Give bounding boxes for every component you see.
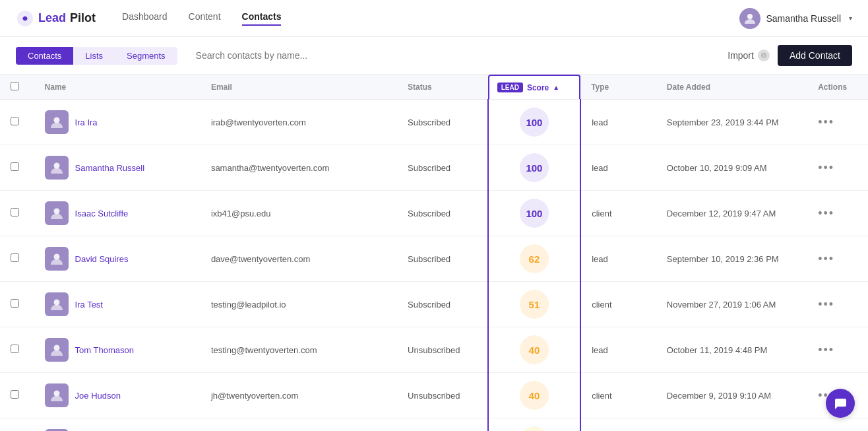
th-date-added: Date Added	[656, 75, 807, 100]
top-nav: Lead Pilot Dashboard Content Contacts Sa…	[0, 0, 868, 37]
row-type-cell: lead	[580, 100, 656, 145]
logo-pilot: Pilot	[70, 11, 96, 25]
row-actions-menu[interactable]: •••	[818, 343, 857, 357]
row-score-cell: 100	[488, 191, 580, 236]
svg-point-11	[53, 391, 59, 397]
row-status-cell: Subscribed	[397, 418, 488, 432]
score-badge: 100	[520, 199, 549, 228]
row-checkbox-cell	[0, 191, 34, 236]
chat-icon	[833, 396, 848, 411]
row-actions-menu[interactable]: •••	[818, 298, 857, 312]
nav-links: Dashboard Content Contacts	[122, 11, 739, 26]
row-checkbox-cell	[0, 282, 34, 327]
contact-name[interactable]: Ira Test	[75, 300, 103, 310]
row-date-cell: December 12, 2019 9:47 AM	[656, 191, 807, 236]
row-date-cell: December 9, 2019 9:11 AM	[656, 418, 807, 432]
row-checkbox[interactable]	[11, 117, 19, 125]
row-actions-menu[interactable]: •••	[818, 161, 857, 175]
import-button[interactable]: Import i	[728, 50, 770, 61]
user-menu[interactable]: Samantha Russell ▾	[739, 8, 852, 29]
row-score-cell: 51	[488, 282, 580, 327]
th-type: Type	[580, 75, 656, 100]
row-name-cell: Tom Thomason	[34, 327, 201, 373]
nav-content[interactable]: Content	[189, 11, 221, 26]
row-status-cell: Subscribed	[397, 282, 488, 327]
row-checkbox-cell	[0, 418, 34, 432]
row-checkbox-cell	[0, 236, 34, 282]
th-name: Name	[34, 75, 201, 100]
contact-name[interactable]: Isaac Sutcliffe	[75, 209, 129, 218]
score-badge: 40	[520, 335, 549, 364]
contact-avatar	[45, 338, 69, 362]
row-email-cell: testing@twentyoverten.com	[201, 327, 397, 373]
row-status-cell: Subscribed	[397, 100, 488, 145]
chat-bubble[interactable]	[826, 389, 855, 418]
svg-point-7	[53, 209, 59, 215]
contact-name[interactable]: Samantha Russell	[75, 163, 145, 173]
select-all-checkbox[interactable]	[11, 82, 19, 90]
row-score-cell: 100	[488, 145, 580, 191]
tab-contacts[interactable]: Contacts	[16, 47, 73, 65]
row-checkbox[interactable]	[11, 390, 19, 399]
score-badge: 100	[520, 108, 549, 137]
th-status: Status	[397, 75, 488, 100]
nav-contacts[interactable]: Contacts	[242, 11, 282, 26]
table-row: Ira Test testing@leadpilot.io Subscribed…	[0, 282, 868, 327]
contact-name[interactable]: Ira Ira	[75, 117, 98, 127]
row-date-cell: September 23, 2019 3:44 PM	[656, 100, 807, 145]
contact-name[interactable]: Joe Hudson	[75, 391, 121, 401]
row-name-cell: Mike Harrow	[34, 418, 201, 432]
row-date-cell: October 11, 2019 4:48 PM	[656, 327, 807, 373]
sort-arrow-icon[interactable]: ▲	[553, 84, 559, 91]
svg-point-9	[53, 300, 59, 306]
svg-point-10	[53, 345, 59, 351]
row-name-cell: Ira Test	[34, 282, 201, 327]
score-badge: 40	[520, 381, 549, 410]
row-checkbox[interactable]	[11, 208, 19, 216]
row-checkbox[interactable]	[11, 299, 19, 308]
row-score-cell: 100	[488, 100, 580, 145]
row-status-cell: Unsubscribed	[397, 373, 488, 418]
import-icon: i	[758, 50, 770, 61]
table-header: Name Email Status LEAD Score ▲ Type Date…	[0, 75, 868, 100]
contact-name[interactable]: David Squires	[75, 254, 129, 264]
row-actions-menu[interactable]: •••	[818, 207, 857, 220]
row-name-cell: Samantha Russell	[34, 145, 201, 191]
logo-icon	[16, 9, 34, 28]
row-checkbox[interactable]	[11, 345, 19, 353]
row-score-cell: 40	[488, 327, 580, 373]
row-actions-cell: •••	[807, 100, 868, 145]
row-checkbox[interactable]	[11, 253, 19, 262]
nav-dashboard[interactable]: Dashboard	[122, 11, 168, 26]
row-score-cell: 29	[488, 418, 580, 432]
avatar	[739, 8, 760, 29]
tab-segments[interactable]: Segments	[115, 47, 177, 65]
row-email-cell: dave@twentyoverten.com	[201, 236, 397, 282]
logo[interactable]: Lead Pilot	[16, 9, 96, 28]
contact-name[interactable]: Tom Thomason	[75, 345, 134, 355]
row-actions-menu[interactable]: •••	[818, 116, 857, 129]
row-email-cell: samantha@twentyoverten.com	[201, 145, 397, 191]
tab-group: Contacts Lists Segments	[16, 47, 177, 65]
add-contact-button[interactable]: Add Contact	[778, 45, 852, 66]
row-email-cell: jh@twentyoverten.com	[201, 373, 397, 418]
contact-avatar	[45, 383, 69, 407]
score-badge: 62	[520, 244, 549, 273]
row-checkbox[interactable]	[11, 162, 19, 171]
row-checkbox-cell	[0, 373, 34, 418]
lead-badge: LEAD	[497, 83, 523, 92]
row-status-cell: Unsubscribed	[397, 327, 488, 373]
contacts-table: Name Email Status LEAD Score ▲ Type Date…	[0, 75, 868, 431]
import-label: Import	[728, 50, 754, 61]
row-status-cell: Subscribed	[397, 236, 488, 282]
row-actions-cell: •••	[807, 236, 868, 282]
score-badge: 29	[520, 426, 549, 431]
score-badge: 100	[520, 153, 549, 182]
svg-point-1	[23, 17, 27, 20]
search-input[interactable]	[188, 46, 718, 65]
tab-lists[interactable]: Lists	[73, 47, 115, 65]
th-score[interactable]: LEAD Score ▲	[488, 75, 580, 100]
row-type-cell: lead	[580, 145, 656, 191]
row-type-cell: client	[580, 282, 656, 327]
row-actions-menu[interactable]: •••	[818, 252, 857, 266]
